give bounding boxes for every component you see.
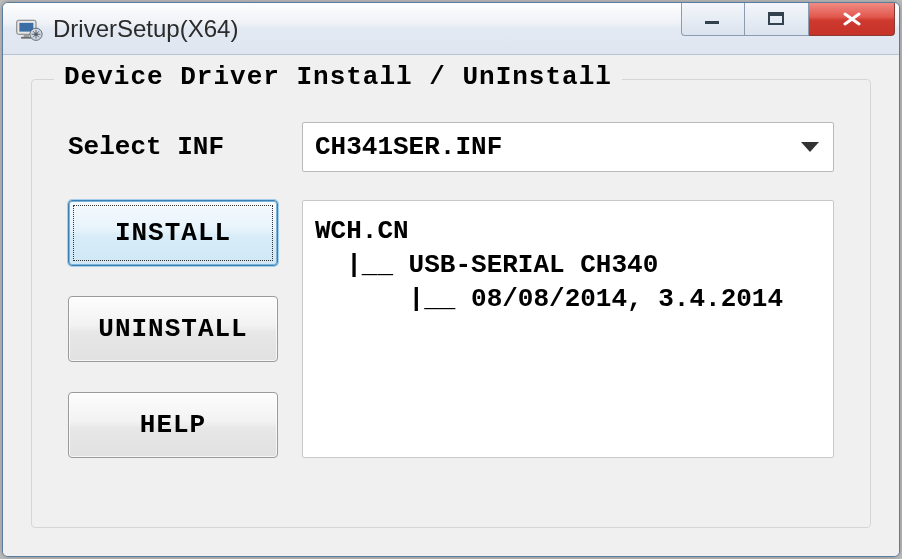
svg-point-5 — [34, 32, 38, 36]
close-icon — [841, 12, 863, 26]
info-line-1: WCH.CN — [315, 216, 409, 246]
uninstall-button[interactable]: UNINSTALL — [68, 296, 278, 362]
minimize-button[interactable] — [681, 2, 745, 36]
svg-rect-6 — [705, 21, 719, 24]
app-icon — [15, 15, 43, 43]
svg-rect-2 — [24, 34, 29, 37]
window-title: DriverSetup(X64) — [53, 15, 681, 43]
group-title: Device Driver Install / UnInstall — [54, 62, 622, 92]
body-row: INSTALL UNINSTALL HELP WCH.CN |__ USB-SE… — [68, 200, 834, 458]
driver-info-box: WCH.CN |__ USB-SERIAL CH340 |__ 08/08/20… — [302, 200, 834, 458]
inf-selected-value: CH341SER.INF — [315, 132, 502, 162]
inf-combobox[interactable]: CH341SER.INF — [302, 122, 834, 172]
help-button[interactable]: HELP — [68, 392, 278, 458]
minimize-icon — [704, 12, 722, 26]
titlebar[interactable]: DriverSetup(X64) — [3, 3, 899, 55]
install-button[interactable]: INSTALL — [68, 200, 278, 266]
svg-rect-3 — [21, 36, 32, 38]
driver-setup-window: DriverSetup(X64) Device Driver Install /… — [2, 2, 900, 557]
chevron-down-icon — [801, 142, 819, 152]
select-row: Select INF CH341SER.INF — [68, 122, 834, 172]
select-inf-label: Select INF — [68, 132, 278, 162]
client-area: Device Driver Install / UnInstall Select… — [3, 55, 899, 556]
button-column: INSTALL UNINSTALL HELP — [68, 200, 278, 458]
info-line-3: |__ 08/08/2014, 3.4.2014 — [315, 284, 783, 314]
driver-groupbox: Device Driver Install / UnInstall Select… — [31, 79, 871, 528]
close-button[interactable] — [809, 2, 895, 36]
window-controls — [681, 3, 895, 54]
maximize-button[interactable] — [745, 2, 809, 36]
svg-rect-8 — [769, 13, 783, 16]
info-line-2: |__ USB-SERIAL CH340 — [315, 250, 658, 280]
maximize-icon — [768, 12, 786, 26]
